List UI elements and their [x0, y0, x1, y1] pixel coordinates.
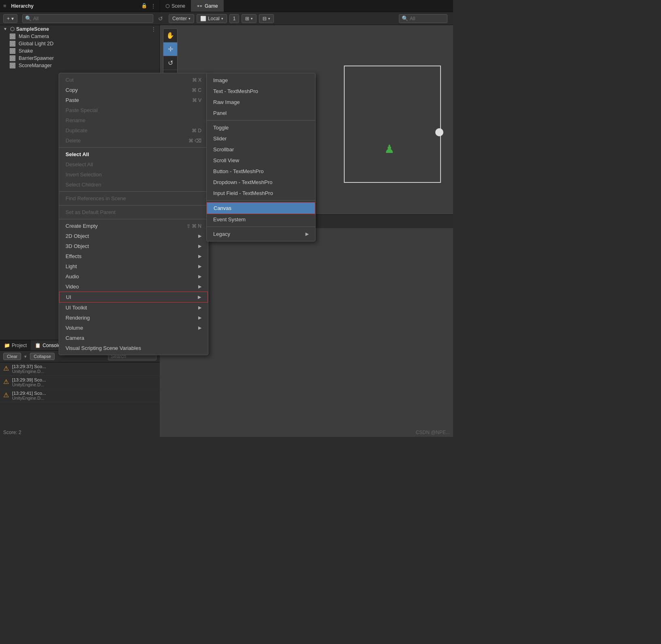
rotate-tool[interactable]: ↺	[163, 56, 177, 70]
arrow-icon: ▶	[198, 254, 201, 259]
sub-menu-scrollbar[interactable]: Scrollbar	[207, 144, 315, 155]
menu-cut[interactable]: Cut ⌘ X	[59, 75, 208, 85]
grid2-icon: ⊟	[263, 16, 267, 21]
list-item[interactable]: □ BarrierSpawner	[0, 55, 159, 62]
warning-icon: ⚠	[3, 364, 9, 372]
sub-divider1	[207, 120, 315, 121]
lock-icon: 🔒	[141, 3, 147, 9]
menu-ui[interactable]: UI ▶	[59, 292, 208, 303]
score-label: Score: 2	[3, 430, 21, 435]
local-button[interactable]: ⬜ Local ▾	[197, 14, 227, 23]
log-entry-3[interactable]: ⚠ [13:29:41] Sco... UnityEngine.D...	[0, 389, 160, 402]
scene-more-icon[interactable]: ⋮	[151, 26, 156, 32]
move-tool[interactable]: ✛	[163, 42, 177, 56]
menu-delete[interactable]: Delete ⌘ ⌫	[59, 136, 208, 146]
menu-light[interactable]: Light ▶	[59, 261, 208, 271]
grid2-button[interactable]: ⊟ ▾	[259, 14, 274, 23]
menu-select-all[interactable]: Select All	[59, 149, 208, 159]
refresh-icon[interactable]: ↺	[158, 15, 163, 22]
list-item[interactable]: □ ScoreManager	[0, 62, 159, 69]
sub-menu-inputfield-tmp[interactable]: Input Field - TextMeshPro	[207, 188, 315, 199]
canvas-rect	[344, 66, 441, 183]
center-button[interactable]: Center ▾	[169, 14, 194, 23]
expand-arrow[interactable]: ▼	[3, 27, 7, 31]
sub-menu-event-system[interactable]: Event System	[207, 214, 315, 225]
menu-find-references[interactable]: Find References in Scene	[59, 193, 208, 203]
arrow-icon: ▶	[198, 305, 201, 310]
sub-menu-slider[interactable]: Slider	[207, 133, 315, 144]
warning-icon: ⚠	[3, 391, 9, 399]
menu-2d-object[interactable]: 2D Object ▶	[59, 231, 208, 241]
chevron-grid-icon: ▾	[251, 17, 253, 21]
menu-rendering[interactable]: Rendering ▶	[59, 313, 208, 323]
menu-copy[interactable]: Copy ⌘ C	[59, 85, 208, 95]
arrow-icon: ▶	[198, 284, 201, 289]
hierarchy-tab-label[interactable]: Hierarchy	[10, 3, 35, 9]
list-item[interactable]: □ Main Camera	[0, 33, 159, 40]
hand-tool[interactable]: ✋	[163, 29, 177, 42]
menu-deselect-all[interactable]: Deselect All	[59, 159, 208, 169]
menu-volume[interactable]: Volume ▶	[59, 323, 208, 333]
hierarchy-search[interactable]: 🔍	[22, 14, 153, 23]
add-button[interactable]: + ▾	[3, 14, 17, 23]
divider1	[59, 147, 208, 148]
grid-button[interactable]: ⊞ ▾	[242, 14, 256, 23]
menu-rename[interactable]: Rename	[59, 115, 208, 125]
sub-menu-button-tmp[interactable]: Button - TextMeshPro	[207, 166, 315, 177]
sub-menu-scroll-view[interactable]: Scroll View	[207, 155, 315, 166]
divider2	[59, 191, 208, 192]
sub-menu-dropdown-tmp[interactable]: Dropdown - TextMeshPro	[207, 177, 315, 188]
menu-paste-special[interactable]: Paste Special	[59, 105, 208, 115]
arrow-icon: ▶	[198, 264, 201, 269]
tab-game[interactable]: 👓 Game	[191, 0, 224, 12]
log-entry-2[interactable]: ⚠ [13:29:39] Sco... UnityEngine.D...	[0, 376, 160, 389]
menu-select-children[interactable]: Select Children	[59, 180, 208, 190]
plus-icon: +	[7, 16, 10, 21]
menu-ui-toolkit[interactable]: UI Toolkit ▶	[59, 303, 208, 313]
scene-name: SampleScene	[16, 26, 49, 32]
sub-menu-text-tmp[interactable]: Text - TextMeshPro	[207, 86, 315, 97]
log-entry-1[interactable]: ⚠ [13:29:37] Sco... UnityEngine.D...	[0, 362, 160, 376]
divider4	[59, 219, 208, 219]
arrow-icon: ▶	[198, 325, 201, 330]
sub-menu-panel[interactable]: Panel	[207, 108, 315, 119]
clear-button[interactable]: Clear	[3, 353, 21, 360]
menu-video[interactable]: Video ▶	[59, 282, 208, 292]
sub-menu-toggle[interactable]: Toggle	[207, 122, 315, 133]
menu-audio[interactable]: Audio ▶	[59, 271, 208, 282]
snake-icon: ♟	[384, 142, 394, 156]
collapse-button[interactable]: Collapse	[30, 353, 55, 360]
object-icon: □	[10, 34, 15, 39]
object-icon: □	[10, 55, 15, 61]
menu-create-empty[interactable]: Create Empty ⇧ ⌘ N	[59, 221, 208, 231]
ui-submenu: Image Text - TextMeshPro Raw Image Panel…	[206, 73, 316, 241]
tab-scene[interactable]: ⬡ Scene	[160, 0, 191, 12]
scene-search[interactable]: 🔍	[399, 14, 447, 23]
three-lines-icon: ≡	[0, 3, 10, 9]
chevron-down-icon: ▾	[189, 17, 191, 21]
count-field[interactable]: 1	[229, 14, 239, 23]
sub-menu-canvas[interactable]: Canvas	[207, 202, 315, 214]
sub-menu-image[interactable]: Image	[207, 75, 315, 86]
top-tab-bar: ≡ Hierarchy 🔒 ⋮ ⬡ Scene 👓 Game	[0, 0, 453, 12]
menu-camera[interactable]: Camera	[59, 333, 208, 343]
scene-icon: ⬡	[165, 3, 169, 9]
menu-paste[interactable]: Paste ⌘ V	[59, 95, 208, 105]
sub-divider3	[207, 227, 315, 227]
menu-invert-selection[interactable]: Invert Selection	[59, 169, 208, 180]
sub-menu-legacy[interactable]: Legacy ▶	[207, 229, 315, 239]
menu-visual-scripting[interactable]: Visual Scripting Scene Variables	[59, 343, 208, 353]
tab-project[interactable]: 📁 Project	[0, 340, 31, 350]
list-item[interactable]: □ Snake	[0, 47, 159, 55]
menu-3d-object[interactable]: 3D Object ▶	[59, 241, 208, 251]
scene-search-input[interactable]	[410, 16, 445, 21]
hierarchy-search-input[interactable]	[33, 16, 150, 21]
list-item[interactable]: □ Global Light 2D	[0, 40, 159, 47]
divider3	[59, 205, 208, 205]
more-icon[interactable]: ⋮	[150, 3, 156, 9]
context-menu: Cut ⌘ X Copy ⌘ C Paste ⌘ V Paste Special…	[59, 73, 208, 355]
menu-effects[interactable]: Effects ▶	[59, 251, 208, 261]
sub-menu-raw-image[interactable]: Raw Image	[207, 97, 315, 108]
menu-duplicate[interactable]: Duplicate ⌘ D	[59, 125, 208, 136]
menu-set-default-parent[interactable]: Set as Default Parent	[59, 207, 208, 217]
